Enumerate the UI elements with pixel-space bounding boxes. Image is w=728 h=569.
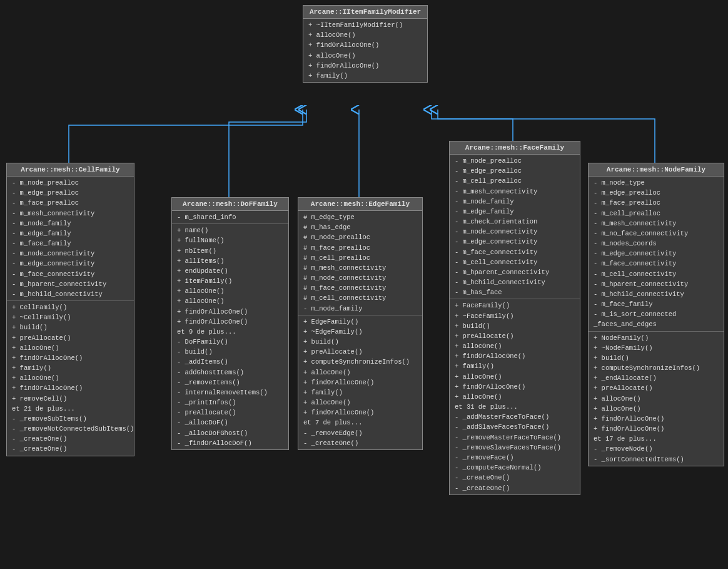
iitemfamilymodifier-title: Arcane::IItemFamilyModifier: [303, 6, 427, 19]
edgefamily-methods: + EdgeFamily() + ~EdgeFamily() + build()…: [298, 315, 422, 449]
cellfamily-title: Arcane::mesh::CellFamily: [7, 163, 134, 177]
doffamily-title: Arcane::mesh::DoFFamily: [172, 198, 288, 211]
cellfamily-box: Arcane::mesh::CellFamily - m_node_preall…: [6, 163, 134, 456]
cellfamily-fields: - m_node_prealloc - m_edge_prealloc - m_…: [7, 177, 134, 301]
iitemfamilymodifier-box: Arcane::IItemFamilyModifier + ~IItemFami…: [303, 5, 428, 83]
iitemfamilymodifier-methods: + ~IItemFamilyModifier() + allocOne() + …: [303, 19, 427, 82]
facefamily-title: Arcane::mesh::FaceFamily: [450, 141, 580, 155]
doffamily-fields: - m_shared_info: [172, 211, 288, 224]
nodefamily-fields: - m_node_type - m_edge_prealloc - m_face…: [589, 177, 724, 332]
nodefamily-methods: + NodeFamily() + ~NodeFamily() + build()…: [589, 332, 724, 466]
facefamily-methods: + FaceFamily() + ~FaceFamily() + build()…: [450, 299, 580, 494]
facefamily-box: Arcane::mesh::FaceFamily - m_node_preall…: [449, 141, 580, 495]
nodefamily-title: Arcane::mesh::NodeFamily: [589, 163, 724, 177]
nodefamily-box: Arcane::mesh::NodeFamily - m_node_type -…: [588, 163, 724, 466]
edgefamily-title: Arcane::mesh::EdgeFamily: [298, 198, 422, 211]
edgefamily-fields: # m_edge_type # m_has_edge # m_node_prea…: [298, 211, 422, 315]
edgefamily-box: Arcane::mesh::EdgeFamily # m_edge_type #…: [298, 197, 423, 450]
cellfamily-methods: + CellFamily() + ~CellFamily() + build()…: [7, 301, 134, 456]
doffamily-methods: + name() + fullName() + nbItem() + allIt…: [172, 224, 288, 449]
doffamily-box: Arcane::mesh::DoFFamily - m_shared_info …: [171, 197, 289, 450]
facefamily-fields: - m_node_prealloc - m_edge_prealloc - m_…: [450, 155, 580, 299]
